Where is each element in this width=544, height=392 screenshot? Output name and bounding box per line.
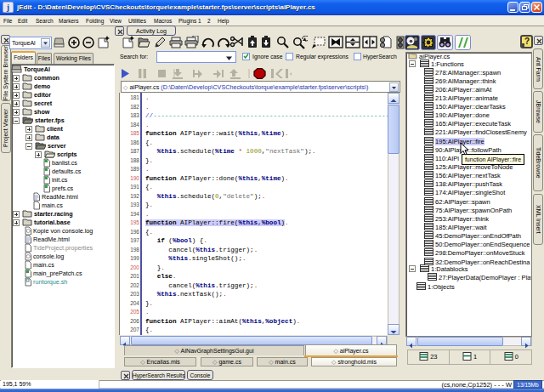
svg-text:j: j — [6, 3, 9, 12]
